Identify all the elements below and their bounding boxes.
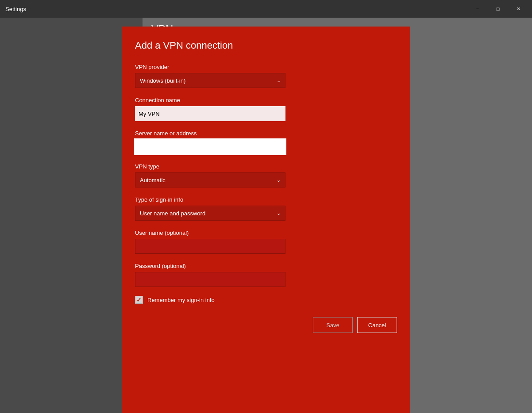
modal-buttons: Save Cancel [135,317,397,333]
checkmark-icon: ✓ [136,297,142,303]
connection-name-label: Connection name [135,97,397,103]
signin-type-label: Type of sign-in info [135,196,397,203]
remember-checkbox[interactable]: ✓ [135,296,143,304]
chevron-down-icon: ⌄ [277,177,281,183]
maximize-button[interactable]: □ [488,2,508,16]
connection-name-input[interactable] [135,106,285,121]
window-controls: − □ ✕ [467,2,528,16]
remember-label: Remember my sign-in info [147,297,215,303]
username-input[interactable] [135,239,285,254]
modal-title: Add a VPN connection [135,40,397,51]
signin-type-dropdown[interactable]: User name and password ⌄ [135,206,285,221]
server-address-group: Server name or address [135,130,397,154]
password-group: Password (optional) [135,263,397,287]
sidebar [0,18,143,413]
signin-type-group: Type of sign-in info User name and passw… [135,196,397,221]
close-button[interactable]: ✕ [508,2,528,16]
server-address-label: Server name or address [135,130,397,137]
server-address-input[interactable] [135,139,285,154]
signin-type-value: User name and password [140,210,205,217]
vpn-modal: Add a VPN connection VPN provider Window… [122,27,410,413]
password-input[interactable] [135,272,285,287]
connection-name-group: Connection name [135,97,397,121]
password-label: Password (optional) [135,263,397,269]
chevron-down-icon: ⌄ [277,78,281,84]
vpn-type-label: VPN type [135,163,397,170]
vpn-provider-label: VPN provider [135,64,397,70]
username-group: User name (optional) [135,229,397,254]
vpn-type-group: VPN type Automatic ⌄ [135,163,397,187]
username-label: User name (optional) [135,229,397,236]
vpn-provider-value: Windows (built-in) [140,77,185,84]
app-title: Settings [5,6,26,12]
save-button[interactable]: Save [313,317,353,333]
vpn-provider-group: VPN provider Windows (built-in) ⌄ [135,64,397,88]
minimize-button[interactable]: − [467,2,488,16]
cancel-button[interactable]: Cancel [357,317,397,333]
chevron-down-icon: ⌄ [277,210,281,216]
vpn-type-dropdown[interactable]: Automatic ⌄ [135,172,285,187]
vpn-type-value: Automatic [140,177,166,184]
titlebar: Settings − □ ✕ [0,0,532,18]
remember-signin-row: ✓ Remember my sign-in info [135,296,397,304]
vpn-provider-dropdown[interactable]: Windows (built-in) ⌄ [135,73,285,88]
